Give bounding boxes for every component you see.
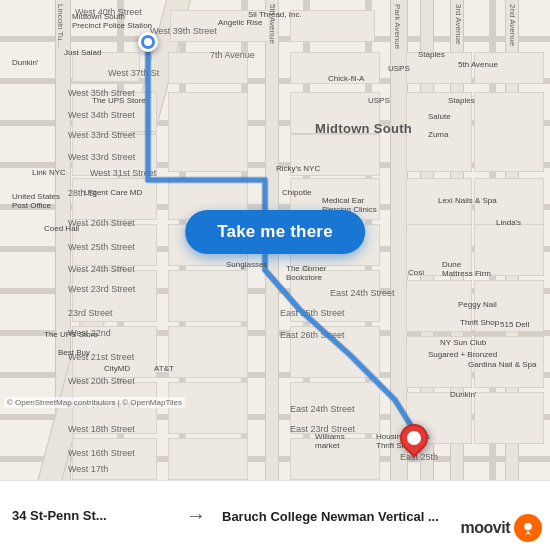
destination-name: Baruch College Newman Vertical ... (222, 509, 439, 524)
place-label: Staples (448, 96, 475, 105)
place-label: USPS (368, 96, 390, 105)
place-label: Zuma (428, 130, 448, 139)
place-label: Sunglasses (226, 260, 267, 269)
street-label: 7th Avenue (210, 50, 255, 60)
street-label: West 34th Street (68, 110, 135, 120)
moovit-text: moovit (461, 519, 510, 537)
street-label: 23rd Street (68, 308, 113, 318)
place-label: Salute (428, 112, 451, 121)
ave-label: 3rd Avenue (454, 4, 463, 44)
street-label: West 23rd Street (68, 284, 135, 294)
place-label: Urgent Care MD (84, 188, 142, 197)
origin-marker (138, 32, 158, 52)
street-label: East 24th Street (330, 288, 395, 298)
ave-label: Lincoln Tu... (56, 4, 65, 47)
place-label: NY Sun Club (440, 338, 486, 347)
street-label: West 25th Street (68, 242, 135, 252)
street-label: West 20th Street (68, 376, 135, 386)
moovit-icon (514, 514, 542, 542)
place-label: 5th Avenue (458, 60, 498, 69)
block (168, 326, 248, 378)
block (474, 392, 544, 444)
street-label: West 18th Street (68, 424, 135, 434)
street-label: East 24th Street (290, 404, 355, 414)
block (474, 92, 544, 172)
street-label: East 25th Street (280, 308, 345, 318)
street-label: West 31st Street (90, 168, 156, 178)
place-label: Linda's (496, 218, 521, 227)
place-label: Dunkin' (12, 58, 38, 67)
place-label: Sugared + Bronzed (428, 350, 497, 359)
area-label: Midtown South (315, 121, 412, 136)
block (168, 438, 248, 480)
block (72, 178, 157, 220)
street-label: West 37th St (108, 68, 159, 78)
place-label: Ricky's NYC (276, 164, 320, 173)
moovit-logo: moovit (461, 514, 542, 542)
take-me-there-button[interactable]: Take me there (185, 210, 365, 254)
direction-arrow: → (170, 504, 222, 527)
place-label: Gardina Nail & Spa (468, 360, 536, 369)
place-label: Staples (418, 50, 445, 59)
place-label: AT&T (154, 364, 174, 373)
place-label: Just Salad (64, 48, 101, 57)
street-label: West 17th (68, 464, 108, 474)
street-label: West 33rd Street (68, 152, 135, 162)
place-label: Midtown SouthPrecinct Police Station (72, 12, 152, 30)
block (168, 92, 248, 172)
place-label: Angelic Rise (218, 18, 262, 27)
place-label: Link NYC (32, 168, 66, 177)
place-label: Chick-fil-A (328, 74, 364, 83)
svg-point-0 (524, 523, 532, 531)
place-label: Peggy Nail (458, 300, 497, 309)
place-label: United StatesPost Office (12, 192, 60, 210)
place-label: Williamsmarket (315, 432, 345, 450)
place-label: USPS (388, 64, 410, 73)
place-label: Sil Thread, Inc. (248, 10, 302, 19)
place-label: 515 Dell (500, 320, 529, 329)
origin-name: 34 St-Penn St... (12, 508, 170, 523)
place-label: CityMD (104, 364, 130, 373)
ave-label: Park Avenue (393, 4, 402, 49)
origin-section: 34 St-Penn St... (12, 508, 170, 523)
place-label: Chipotle (282, 188, 311, 197)
block (168, 382, 248, 434)
place-label: Thrift Shop (460, 318, 499, 327)
place-label: Cosi (408, 268, 424, 277)
place-label: DuneMattress Firm (442, 260, 491, 278)
bottom-bar: 34 St-Penn St... → Baruch College Newman… (0, 480, 550, 550)
destination-marker (400, 424, 428, 460)
place-label: The CornerBookstore (286, 264, 326, 282)
place-label: Best Buy (58, 348, 90, 357)
street-label: West 33rd Street (68, 130, 135, 140)
destination-pin (394, 418, 434, 458)
place-label: Dunkin' (450, 390, 476, 399)
street-label: East 26th Street (280, 330, 345, 340)
block (168, 270, 248, 322)
map-attribution: © OpenStreetMap contributors | © OpenMap… (4, 397, 185, 408)
block (290, 10, 375, 42)
street-label: West 16th Street (68, 448, 135, 458)
place-label: Coed Hall (44, 224, 79, 233)
street-label: West 24th Street (68, 264, 135, 274)
place-label: The UPS Store (92, 96, 146, 105)
map-view[interactable]: West 40th Street West 39th Street 7th Av… (0, 0, 550, 480)
place-label: Lexi Nails & Spa (438, 196, 497, 205)
place-label: The UPS Store (44, 330, 98, 339)
street-label: West 39th Street (150, 26, 217, 36)
ave-label: 2nd Avenue (508, 4, 517, 46)
